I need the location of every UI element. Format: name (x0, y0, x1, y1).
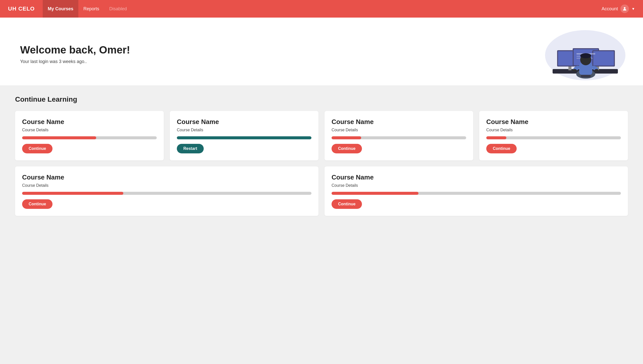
progress-bar-bg-6 (332, 192, 621, 195)
continue-button-5[interactable]: Continue (22, 199, 52, 209)
chevron-down-icon: ▼ (631, 7, 635, 11)
course-card-1: Course Name Course Details Continue (15, 111, 164, 160)
main-content: Continue Learning Course Name Course Det… (0, 85, 643, 226)
account-menu[interactable]: Account ▼ (602, 5, 635, 13)
navbar: UH CELO My Courses Reports Disabled Acco… (0, 0, 643, 18)
svg-rect-23 (581, 75, 591, 77)
progress-bar-fill-2 (177, 136, 311, 139)
svg-point-18 (580, 53, 591, 58)
brand-logo: UH CELO (8, 6, 35, 12)
continue-button-1[interactable]: Continue (22, 144, 52, 153)
course-card-5: Course Name Course Details Continue (15, 166, 318, 216)
svg-rect-11 (593, 51, 614, 66)
course-grid-top: Course Name Course Details Continue Cour… (15, 111, 628, 160)
progress-bar-bg-2 (177, 136, 311, 139)
progress-bar-fill-1 (22, 136, 96, 139)
progress-bar-bg-3 (332, 136, 466, 139)
course-name-1: Course Name (22, 118, 157, 126)
hero-illustration (532, 28, 628, 80)
last-login-text: Your last login was 3 weeks ago.. (20, 59, 130, 64)
continue-button-4[interactable]: Continue (486, 144, 517, 153)
course-name-5: Course Name (22, 173, 311, 181)
course-details-5: Course Details (22, 183, 311, 188)
course-details-2: Course Details (177, 128, 311, 132)
welcome-heading: Welcome back, Omer! (20, 44, 130, 56)
course-card-3: Course Name Course Details Continue (325, 111, 473, 160)
svg-point-0 (624, 7, 626, 9)
progress-bar-fill-6 (332, 192, 418, 195)
course-card-2: Course Name Course Details Restart (170, 111, 318, 160)
account-icon (620, 5, 629, 13)
course-details-6: Course Details (332, 183, 621, 188)
progress-bar-fill-4 (486, 136, 506, 139)
progress-bar-bg-4 (486, 136, 621, 139)
nav-links: My Courses Reports Disabled (43, 0, 602, 18)
course-card-4: Course Name Course Details Continue (479, 111, 628, 160)
course-details-3: Course Details (332, 128, 466, 132)
course-details-1: Course Details (22, 128, 157, 132)
course-grid-bottom: Course Name Course Details Continue Cour… (15, 166, 628, 216)
hero-text: Welcome back, Omer! Your last login was … (20, 44, 130, 64)
nav-my-courses[interactable]: My Courses (43, 0, 78, 18)
progress-bar-bg-5 (22, 192, 311, 195)
nav-disabled: Disabled (104, 0, 132, 18)
account-label: Account (602, 6, 618, 12)
nav-reports[interactable]: Reports (78, 0, 104, 18)
course-name-6: Course Name (332, 173, 621, 181)
course-name-3: Course Name (332, 118, 466, 126)
course-details-4: Course Details (486, 128, 621, 132)
svg-point-22 (595, 69, 599, 72)
progress-bar-fill-5 (22, 192, 123, 195)
restart-button-2[interactable]: Restart (177, 144, 204, 153)
course-card-6: Course Name Course Details Continue (325, 166, 628, 216)
section-title: Continue Learning (15, 95, 628, 103)
progress-bar-bg-1 (22, 136, 157, 139)
hero-section: Welcome back, Omer! Your last login was … (0, 18, 643, 85)
svg-point-21 (573, 69, 577, 72)
continue-button-6[interactable]: Continue (332, 199, 362, 209)
course-name-4: Course Name (486, 118, 621, 126)
continue-button-3[interactable]: Continue (332, 144, 362, 153)
progress-bar-fill-3 (332, 136, 361, 139)
course-name-2: Course Name (177, 118, 311, 126)
